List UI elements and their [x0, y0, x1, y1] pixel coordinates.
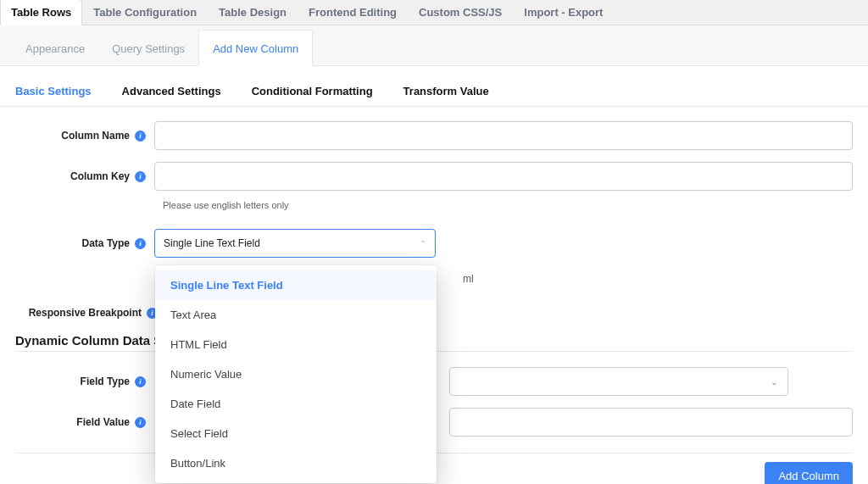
- field-value-input[interactable]: [449, 408, 853, 437]
- column-name-input[interactable]: [154, 121, 853, 150]
- label-responsive-breakpoint-text: Responsive Breakpoint: [29, 307, 142, 319]
- label-responsive-breakpoint: Responsive Breakpoint i: [15, 307, 166, 319]
- tab-import-export[interactable]: Import - Export: [513, 0, 614, 25]
- top-tabs: Table Rows Table Configuration Table Des…: [0, 0, 868, 25]
- info-icon[interactable]: i: [135, 131, 146, 142]
- add-column-button[interactable]: Add Column: [765, 462, 853, 484]
- field-type-select[interactable]: ⌄: [449, 367, 788, 396]
- row-data-type: Data Type i Single Line Text Field ⌃: [15, 210, 853, 260]
- label-field-type: Field Type i: [15, 376, 154, 387]
- navitem-basic-settings[interactable]: Basic Settings: [15, 85, 92, 97]
- subtab-add-new-column[interactable]: Add New Column: [198, 30, 313, 66]
- tab-table-configuration[interactable]: Table Configuration: [82, 0, 208, 25]
- row-column-key: Column Key i: [15, 153, 853, 193]
- info-icon[interactable]: i: [135, 171, 146, 182]
- subtab-appearance[interactable]: Appearance: [12, 31, 98, 65]
- input-col-column-name: [154, 121, 853, 150]
- data-type-option-single-line[interactable]: Single Line Text Field: [155, 270, 437, 300]
- data-type-option-button-link[interactable]: Button/Link: [155, 448, 437, 478]
- data-type-option-text-area[interactable]: Text Area: [155, 300, 437, 330]
- data-type-select-value: Single Line Text Field: [164, 237, 260, 249]
- label-data-type: Data Type i: [15, 237, 154, 249]
- label-field-value: Field Value i: [15, 416, 154, 428]
- tab-table-rows[interactable]: Table Rows: [0, 0, 82, 25]
- tab-custom-css-js[interactable]: Custom CSS/JS: [408, 0, 513, 25]
- info-icon[interactable]: i: [135, 417, 146, 428]
- column-key-input[interactable]: [154, 162, 853, 191]
- input-col-data-type: Single Line Text Field ⌃: [154, 229, 853, 258]
- navitem-advanced-settings[interactable]: Advanced Settings: [122, 85, 221, 97]
- navitem-conditional-formatting[interactable]: Conditional Formatting: [252, 85, 373, 97]
- label-field-value-text: Field Value: [76, 416, 130, 428]
- row-column-name: Column Name i: [15, 112, 853, 153]
- label-column-key: Column Key i: [15, 170, 154, 182]
- sub-tabs: Appearance Query Settings Add New Column: [0, 25, 868, 66]
- label-data-type-text: Data Type: [82, 237, 130, 249]
- chevron-down-icon: ⌄: [771, 377, 777, 387]
- label-field-type-text: Field Type: [81, 376, 130, 387]
- data-type-dropdown: Single Line Text Field Text Area HTML Fi…: [155, 265, 437, 483]
- form-area: Column Name i Column Key i Please use en…: [0, 107, 868, 448]
- label-column-name-text: Column Name: [61, 130, 130, 142]
- data-type-option-date-field[interactable]: Date Field: [155, 389, 437, 419]
- info-icon[interactable]: i: [135, 376, 146, 387]
- data-type-option-html-field[interactable]: HTML Field: [155, 330, 437, 359]
- data-type-option-select-field[interactable]: Select Field: [155, 419, 437, 448]
- info-icon[interactable]: i: [135, 238, 146, 249]
- chevron-up-icon: ⌃: [420, 239, 426, 248]
- subtab-query-settings[interactable]: Query Settings: [98, 31, 198, 65]
- data-type-side-note: ml: [456, 273, 474, 285]
- tab-table-design[interactable]: Table Design: [208, 0, 298, 25]
- label-column-key-text: Column Key: [70, 170, 130, 182]
- navitem-transform-value[interactable]: Transform Value: [403, 85, 489, 97]
- input-col-column-key: [154, 162, 853, 191]
- data-type-select[interactable]: Single Line Text Field ⌃: [154, 229, 436, 258]
- label-column-name: Column Name i: [15, 130, 154, 142]
- data-type-option-numeric-value[interactable]: Numeric Value: [155, 359, 437, 389]
- settings-nav: Basic Settings Advanced Settings Conditi…: [0, 66, 868, 107]
- column-key-helper: Please use english letters only: [15, 193, 853, 210]
- tab-frontend-editing[interactable]: Frontend Editing: [298, 0, 408, 25]
